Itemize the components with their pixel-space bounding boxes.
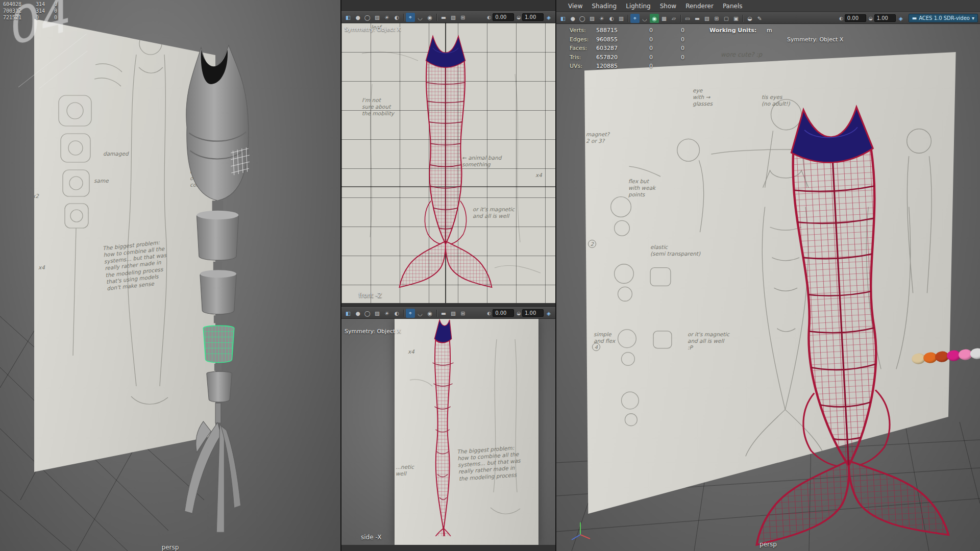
menu-shading[interactable]: Shading (587, 0, 621, 12)
sketch-note: x2 (32, 193, 39, 199)
exposure-value[interactable]: 0.00 (493, 13, 514, 21)
safe-title-icon[interactable]: ▣ (731, 14, 741, 23)
exposure-field[interactable]: ◐ 0.00 (839, 14, 866, 22)
shaded-display-icon[interactable]: ● (353, 13, 362, 22)
snap-magnet-icon[interactable]: ◡ (640, 14, 649, 23)
gate-mask-icon[interactable]: ▧ (449, 13, 458, 22)
xray-icon[interactable]: ◒ (745, 14, 754, 23)
front-viewport-toolbar: ◧ ● ◯ ▨ ☀ ◐ ⌖ ◡ ◉ ▬ ▧ ⊞ ◐ 0.00 ◒ 1.00 ◈ (341, 11, 555, 23)
paint-effects-icon[interactable]: ✎ (755, 14, 764, 23)
textured-display-icon[interactable]: ▨ (373, 13, 382, 22)
mermaid-tail-geometry[interactable] (432, 320, 454, 544)
gamma-field[interactable]: ◒ 1.00 (517, 309, 544, 317)
exposure-value[interactable]: 0.00 (845, 14, 866, 22)
panel-menu-cube-icon[interactable]: ◧ (344, 13, 353, 22)
sketch-note: flex but with weak points (628, 178, 655, 198)
textured-display-icon[interactable]: ▨ (587, 14, 597, 23)
sketch-note: magnet? 2 or 3? (586, 131, 609, 144)
gamma-value[interactable]: 1.00 (522, 309, 544, 317)
wireframe-display-icon[interactable]: ◯ (578, 14, 587, 23)
gamma-field[interactable]: ◒ 1.00 (517, 13, 544, 21)
viewport-persp-left[interactable]: damaged same walking preventing wobbling… (0, 0, 340, 551)
render-camera-icon[interactable]: ◈ (544, 309, 553, 318)
shadows-icon[interactable]: ◐ (392, 13, 401, 22)
shadows-icon[interactable]: ◐ (607, 14, 616, 23)
menu-renderer[interactable]: Renderer (681, 0, 718, 12)
symmetry-status-label: Symmetry: Object X (787, 36, 843, 43)
grid-toggle-icon[interactable]: ▦ (659, 14, 669, 23)
field-chart-icon[interactable]: ⊞ (712, 14, 721, 23)
menu-panels[interactable]: Panels (718, 0, 747, 12)
shaded-display-icon[interactable]: ● (353, 309, 362, 318)
camera-select-icon[interactable]: ⌖ (406, 13, 415, 22)
render-camera-icon[interactable]: ◈ (544, 13, 553, 22)
wireframe-display-icon[interactable]: ◯ (363, 309, 372, 318)
toolbar-divider (403, 310, 404, 317)
exposure-field[interactable]: ◐ 0.00 (487, 309, 514, 317)
axis-orientation-gizmo[interactable] (569, 519, 592, 543)
snap-magnet-icon[interactable]: ◡ (415, 309, 425, 318)
persp-viewport-toolbar: ◧ ● ◯ ▨ ☀ ◐ ▥ ⌖ ◡ ◉ ▦ ▱ ▭ ▬ ▧ ⊞ ▢ ▣ ◒ ✎ … (556, 12, 980, 24)
panel-menu-cube-icon[interactable]: ◧ (344, 309, 353, 318)
field-chart-icon[interactable]: ⊞ (458, 13, 468, 22)
isolate-select-icon[interactable]: ◉ (425, 13, 434, 22)
lights-icon[interactable]: ☀ (597, 14, 606, 23)
image-plane-icon[interactable]: ▱ (669, 14, 678, 23)
menu-show[interactable]: Show (655, 0, 681, 12)
prosthetic-leg-geometry[interactable] (185, 45, 250, 532)
exposure-field[interactable]: ◐ 0.00 (487, 13, 514, 21)
camera-select-icon[interactable]: ⌖ (630, 14, 640, 23)
panel-menubar: View Shading Lighting Show Renderer Pane… (556, 0, 980, 12)
lights-icon[interactable]: ☀ (382, 309, 391, 318)
wireframe-display-icon[interactable]: ◯ (363, 13, 372, 22)
gamma-value[interactable]: 1.00 (522, 13, 544, 21)
camera-name-label: persp (162, 544, 179, 551)
poly-count-hud: 6040283140 7003123140 72152100 (3, 1, 67, 21)
side-viewport-toolbar: ◧ ● ◯ ▨ ☀ ◐ ⌖ ◡ ◉ ▬ ▧ ⊞ ◐ 0.00 ◒ 1.00 ◈ (341, 307, 555, 319)
colorspace-value: ACES 1.0 SDR-video (919, 15, 970, 21)
mermaid-tail-geometry[interactable] (734, 104, 948, 545)
panel-menu-cube-icon[interactable]: ◧ (558, 14, 568, 23)
sketch-note: tis eyes (no adult!) (762, 94, 790, 107)
sketch-note: same (94, 178, 109, 184)
symmetry-status-label: Symmetry: Object X (345, 328, 401, 335)
resolution-gate-icon[interactable]: ▬ (439, 309, 448, 318)
camera-select-icon[interactable]: ⌖ (406, 309, 415, 318)
shadows-icon[interactable]: ◐ (392, 309, 401, 318)
safe-action-icon[interactable]: ▢ (722, 14, 731, 23)
gate-mask-icon[interactable]: ▧ (449, 309, 458, 318)
viewport-persp-canvas[interactable]: wore cute? :p eye with → glasses tis eye… (556, 24, 980, 551)
film-gate-icon[interactable]: ▭ (683, 14, 692, 23)
sketch-note: ...netic well (396, 464, 414, 477)
field-chart-icon[interactable]: ⊞ (458, 309, 468, 318)
color-swatch[interactable] (970, 347, 980, 359)
gamma-value[interactable]: 1.00 (874, 14, 896, 22)
toolbar-divider (743, 15, 743, 22)
snap-magnet-icon[interactable]: ◡ (415, 13, 425, 22)
sketch-note: I'm not sure about the mobility (362, 97, 394, 117)
gamma-field[interactable]: ◒ 1.00 (869, 14, 896, 22)
isolate-select-icon[interactable]: ◉ (425, 309, 434, 318)
colorspace-icon: ▬ (912, 15, 917, 21)
screen-space-ao-icon[interactable]: ▥ (617, 14, 626, 23)
gate-mask-icon[interactable]: ▧ (702, 14, 712, 23)
resolution-gate-icon[interactable]: ▬ (693, 14, 702, 23)
menu-lighting[interactable]: Lighting (621, 0, 655, 12)
exposure-icon: ◐ (487, 15, 491, 20)
viewport-side[interactable]: The biggest problem: how to combine all … (341, 319, 555, 545)
prosthetic-leg-model[interactable] (151, 33, 293, 543)
mermaid-tail-wireframe-persp[interactable] (728, 98, 954, 547)
shaded-display-icon[interactable]: ● (568, 14, 577, 23)
chevron-down-icon: ▾ (972, 15, 974, 21)
render-camera-icon[interactable]: ◈ (896, 14, 905, 23)
colorspace-dropdown[interactable]: ▬ ACES 1.0 SDR-video ▾ (909, 14, 978, 22)
viewport-front[interactable]: Symmetry: Object X leaf ← animal band so… (341, 23, 555, 303)
resolution-gate-icon[interactable]: ▬ (439, 13, 448, 22)
textured-display-icon[interactable]: ▨ (373, 309, 382, 318)
isolate-select-icon[interactable]: ◉ (650, 14, 659, 23)
menu-view[interactable]: View (564, 0, 587, 12)
exposure-value[interactable]: 0.00 (493, 309, 514, 317)
mermaid-tail-wireframe-side[interactable] (413, 319, 474, 536)
lights-icon[interactable]: ☀ (382, 13, 391, 22)
gamma-icon: ◒ (517, 15, 521, 20)
